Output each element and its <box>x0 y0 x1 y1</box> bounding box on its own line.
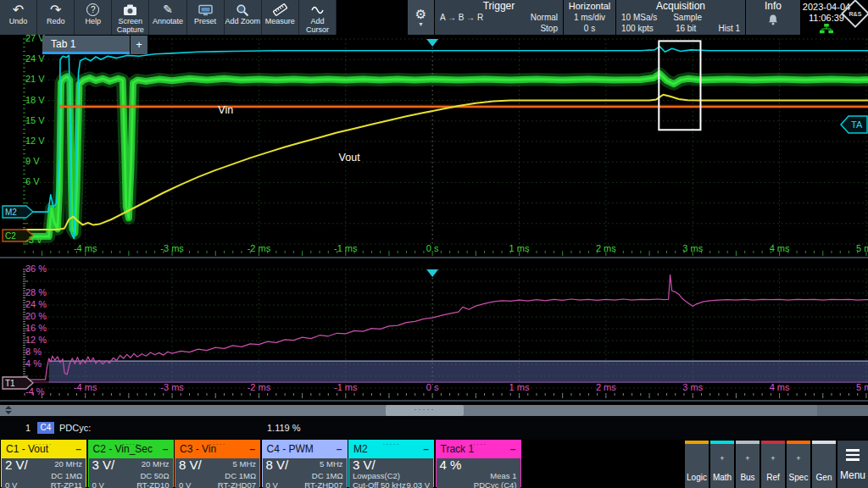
toolbar-button-redo[interactable]: ↷Redo <box>37 0 75 35</box>
cell-divider-2 <box>0 400 868 402</box>
network-status-icon <box>801 24 852 36</box>
toolbar-label-redo: Redo <box>47 18 65 26</box>
badge-drag-dots: ····· <box>36 435 53 453</box>
badge-row-right: 20 MHz <box>142 459 170 471</box>
minimize-badge-button[interactable]: – <box>249 441 255 458</box>
hamburger-icon <box>846 449 860 463</box>
side-button-label: Ref <box>761 473 785 482</box>
badge-drag-dots: ····· <box>470 435 487 453</box>
badge-row-left: 3 V/ <box>92 459 115 471</box>
menu-button[interactable]: Menu <box>837 441 868 488</box>
results-splitter[interactable]: ····· <box>0 405 868 416</box>
side-button-math[interactable]: +Math <box>710 441 734 488</box>
minimize-badge-button[interactable]: – <box>423 441 429 458</box>
camera-icon <box>123 3 137 17</box>
acquisition-points: 100 kpts <box>621 23 654 34</box>
acquisition-history: Hist 1 <box>718 23 740 34</box>
info-title: Info <box>746 0 800 12</box>
monitor-icon <box>198 3 213 17</box>
side-button-stripe <box>736 441 760 444</box>
plus-icon: + <box>736 454 760 463</box>
badge-row-right: 5 MHz <box>233 459 256 471</box>
badge-body: 3 V/20 MHzDC 50Ω0 VRT-ZD10 <box>89 458 173 488</box>
minimize-badge-button[interactable]: – <box>510 441 516 458</box>
channel-badge-c1[interactable]: ·····C1 - Vout–2 V/20 MHzDC 1MΩ0 VRT-ZP1… <box>1 440 86 487</box>
badge-title: M2 <box>353 443 368 455</box>
minimize-badge-button[interactable]: – <box>75 441 81 458</box>
badge-row-right: 9.03 V <box>407 480 430 488</box>
toolbar-button-measure[interactable]: Measure <box>262 0 299 35</box>
toolbar-label-annotate: Annotate <box>153 18 183 26</box>
ruler-icon <box>273 3 287 17</box>
trigger-title: Trigger <box>435 0 563 12</box>
track-diagram-cell[interactable] <box>0 258 868 400</box>
badge-body: 8 V/5 MHzDC 1MΩ0 VRT-ZHD07 <box>263 458 347 488</box>
badge-row-right: DC 1MΩ <box>225 471 256 480</box>
side-button-stripe <box>812 441 836 444</box>
add-tab-button[interactable]: + <box>131 36 147 54</box>
channel-badge-c4[interactable]: ·····C4 - PWM–8 V/5 MHzDC 1MΩ0 VRT-ZHD07 <box>262 440 348 487</box>
badge-row-left: 8 V/ <box>179 459 202 471</box>
badge-row-right: RT-ZP11 <box>51 480 82 488</box>
trigger-state: Stop <box>540 23 558 34</box>
horizontal-panel[interactable]: Horizontal 1 ms/div 0 s <box>564 0 615 35</box>
side-button-bus[interactable]: +Bus <box>736 441 760 488</box>
toolbar-button-add-zoom[interactable]: Add Zoom <box>225 0 262 35</box>
minimize-badge-button[interactable]: – <box>163 441 169 458</box>
splitter-collapse-arrows[interactable] <box>5 406 15 415</box>
measurement-index: 1 <box>25 423 31 433</box>
toolbar-label-screen-capture: Screen Capture <box>117 18 144 34</box>
toolbar-label-undo: Undo <box>9 18 28 26</box>
splitter-drag-handle[interactable]: ····· <box>386 405 464 416</box>
channel-badge-m2[interactable]: ·····M2–3 V/Lowpass(C2)Cut-Off 50 kHz9.0… <box>348 440 434 487</box>
toolbar-button-screen-capture[interactable]: Screen Capture <box>112 0 149 35</box>
badge-row-right: DC 1MΩ <box>312 471 343 480</box>
wave-icon <box>311 3 324 17</box>
trigger-sequence: A → B → R <box>440 12 483 23</box>
horizontal-position: 0 s <box>564 23 615 34</box>
acquisition-rate: 10 MSa/s <box>621 12 657 23</box>
toolbar-button-add-cursor[interactable]: Add Cursor <box>299 0 337 35</box>
acquisition-title: Acquisition <box>616 0 745 12</box>
badge-drag-dots: ····· <box>296 435 313 453</box>
side-button-logic[interactable]: Logic <box>685 441 709 488</box>
main-diagram-cell[interactable] <box>0 36 868 257</box>
pencil-icon: ✎ <box>163 3 173 17</box>
trigger-panel[interactable]: Trigger A → B → R Normal Stop <box>435 0 563 35</box>
toolbar-button-annotate[interactable]: ✎Annotate <box>149 0 186 35</box>
plus-icon: + <box>787 454 810 463</box>
horizontal-scale: 1 ms/div <box>564 12 615 23</box>
magnifier-icon <box>236 3 249 17</box>
badge-drag-dots: ····· <box>383 435 400 453</box>
side-button-label: Math <box>710 473 734 482</box>
tab-tab1[interactable]: Tab 1 <box>42 36 130 54</box>
badge-row-right: PDCyc (C4) <box>474 480 517 488</box>
badge-row-right: RT-ZHD07 <box>304 480 342 488</box>
badge-row-left: 3 V/ <box>353 459 376 471</box>
side-button-spec[interactable]: +Spec <box>787 441 810 488</box>
channel-badge-t1[interactable]: ·····Track 1–4 %Meas 1PDCyc (C4) <box>436 440 521 487</box>
side-button-stripe <box>787 441 810 444</box>
side-button-label: Gen <box>812 473 836 482</box>
toolbar-button-undo[interactable]: ↶Undo <box>0 0 37 35</box>
side-button-gen[interactable]: Gen <box>812 441 836 488</box>
badge-body: 2 V/20 MHzDC 1MΩ0 VRT-ZP11 <box>2 458 86 488</box>
side-button-label: Spec <box>787 473 810 482</box>
horizontal-title: Horizontal <box>564 0 615 12</box>
minimize-badge-button[interactable]: – <box>337 441 342 458</box>
acquisition-panel[interactable]: Acquisition 10 MSa/s Sample 100 kpts 16 … <box>616 0 745 35</box>
side-button-ref[interactable]: +Ref <box>761 441 785 488</box>
badge-row-right: DC 50Ω <box>140 471 169 480</box>
toolbar-label-add-zoom: Add Zoom <box>225 18 260 26</box>
side-button-label: Logic <box>685 473 709 482</box>
toolbar-label-measure: Measure <box>265 18 295 26</box>
settings-gear-button[interactable]: ⚙ ▼ <box>408 0 434 35</box>
toolbar-button-preset[interactable]: Preset <box>187 0 225 35</box>
badge-drag-dots: ····· <box>122 435 139 453</box>
info-panel[interactable]: Info <box>746 0 800 35</box>
channel-badge-c2[interactable]: ·····C2 - Vin_Sec–3 V/20 MHzDC 50Ω0 VRT-… <box>88 440 174 487</box>
channel-badge-c3[interactable]: ·····C3 - Vin–8 V/5 MHzDC 1MΩ0 VRT-ZHD07 <box>175 440 260 487</box>
badge-drag-dots: ····· <box>209 435 226 453</box>
toolbar-button-help[interactable]: ?Help <box>75 0 112 35</box>
bell-icon <box>746 14 800 30</box>
